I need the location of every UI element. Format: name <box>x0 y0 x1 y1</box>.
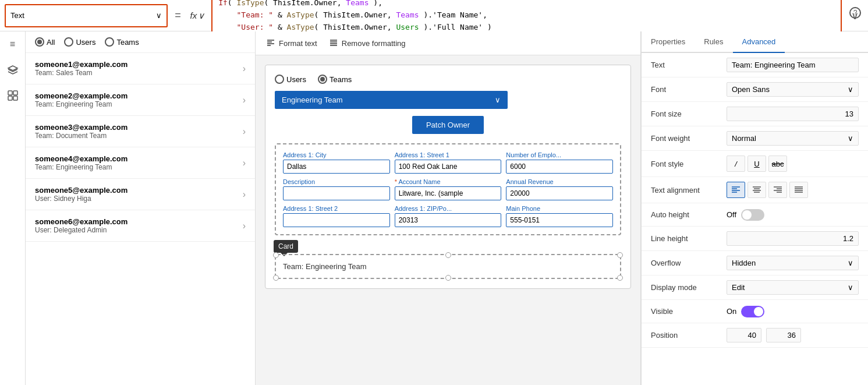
props-fontweight-select[interactable]: Normal ∨ <box>727 131 859 146</box>
form-field-5: Annual Revenue <box>506 178 613 200</box>
fx-label: fx <box>190 10 197 20</box>
form-input-5[interactable] <box>506 186 613 200</box>
person-item-0[interactable]: someone1@example.com Team: Sales Team › <box>26 53 255 84</box>
form-label-4: Account Name <box>395 178 502 185</box>
formula-eq: = <box>172 9 183 22</box>
form-input-1[interactable] <box>395 160 502 174</box>
handle-tr[interactable] <box>617 252 623 258</box>
props-font-select[interactable]: Open Sans ∨ <box>727 82 859 97</box>
radio-users[interactable] <box>64 37 73 47</box>
content-filter-users[interactable]: Users <box>275 75 306 84</box>
props-lineheight-input[interactable] <box>727 231 859 246</box>
form-dashed-box: Address 1: City Address 1: Street 1 Numb… <box>275 143 621 235</box>
formula-dropdown-label: Text <box>10 11 24 20</box>
props-tabs: Properties Rules Advanced <box>642 31 868 53</box>
form-input-4[interactable] <box>395 186 502 200</box>
filter-users[interactable]: Users <box>64 37 95 47</box>
form-input-6[interactable] <box>283 213 390 227</box>
person-email-3: someone4@example.com <box>35 154 127 163</box>
props-overflow-select[interactable]: Hidden ∨ <box>727 256 859 270</box>
form-field-2: Number of Emplo... <box>506 151 613 174</box>
users-teams-toggle: Users Teams <box>275 75 621 84</box>
text-label-box[interactable]: Team: Engineering Team <box>275 254 621 279</box>
props-row-fontstyle: Font style / U abc <box>642 151 868 177</box>
visible-toggle[interactable] <box>741 306 764 317</box>
person-email-2: someone3@example.com <box>35 123 127 132</box>
tab-properties[interactable]: Properties <box>642 31 695 52</box>
remove-formatting-button[interactable]: Remove formatting <box>325 36 409 50</box>
underline-button[interactable]: U <box>747 156 766 172</box>
autoheight-toggle[interactable] <box>741 209 764 221</box>
kw-if: If <box>218 0 228 7</box>
props-row-font: Font Open Sans ∨ <box>642 77 868 102</box>
person-team-1: Team: Engineering Team <box>35 100 127 108</box>
props-font-label: Font <box>651 85 727 94</box>
handle-tm[interactable] <box>445 252 451 258</box>
radio-content-users[interactable] <box>275 75 284 84</box>
props-fontsize-input[interactable] <box>727 107 859 121</box>
tab-advanced[interactable]: Advanced <box>733 31 785 53</box>
grid-icon[interactable] <box>5 87 21 104</box>
align-right-button[interactable] <box>768 182 787 198</box>
form-input-3[interactable] <box>283 186 390 200</box>
person-email-1: someone2@example.com <box>35 91 127 100</box>
form-label-8: Main Phone <box>506 205 613 212</box>
align-justify-button[interactable] <box>789 182 808 198</box>
format-text-button[interactable]: Format text <box>263 36 321 50</box>
radio-all[interactable] <box>35 37 44 47</box>
props-displaymode-select[interactable]: Edit ∨ <box>727 280 859 295</box>
handle-tl[interactable] <box>273 252 279 258</box>
filter-teams[interactable]: Teams <box>105 37 139 47</box>
radio-content-teams[interactable] <box>318 75 327 84</box>
form-field-8: Main Phone <box>506 205 613 227</box>
layers-icon[interactable] <box>5 62 21 78</box>
formula-bar: Text ∨ = fx ∨ If( IsType( ThisItem.Owner… <box>0 0 868 31</box>
person-item-4[interactable]: someone5@example.com User: Sidney Higa › <box>26 179 255 210</box>
person-info-4: someone5@example.com User: Sidney Higa <box>35 186 127 203</box>
props-position-value <box>727 328 859 342</box>
content-filter-teams[interactable]: Teams <box>318 75 352 84</box>
props-position-x-input[interactable] <box>727 328 761 342</box>
person-item-5[interactable]: someone6@example.com User: Delegated Adm… <box>26 210 255 242</box>
form-label-7: Address 1: ZIP/Po... <box>395 205 502 212</box>
props-font-value: Open Sans ∨ <box>727 82 859 97</box>
form-input-8[interactable] <box>506 213 613 227</box>
tab-rules[interactable]: Rules <box>695 31 732 52</box>
align-center-button[interactable] <box>747 182 766 198</box>
visible-knob <box>754 307 763 316</box>
props-fontstyle-value: / U abc <box>727 156 859 172</box>
props-fontweight-label: Font weight <box>651 134 727 143</box>
person-chevron-1: › <box>243 95 246 105</box>
svg-rect-3 <box>13 96 17 100</box>
form-input-0[interactable] <box>283 160 390 174</box>
handle-br[interactable] <box>617 275 623 281</box>
formula-fx-button[interactable]: fx ∨ <box>188 10 207 21</box>
props-text-input[interactable] <box>727 58 859 72</box>
handle-bl[interactable] <box>273 275 279 281</box>
props-position-y-input[interactable] <box>766 328 801 342</box>
props-text-label: Text <box>651 61 727 69</box>
italic-button[interactable]: / <box>727 156 745 172</box>
props-row-alignment: Text alignment <box>642 177 868 203</box>
form-input-7[interactable] <box>395 213 502 227</box>
props-overflow-option: Hidden <box>732 259 756 267</box>
filter-all[interactable]: All <box>35 37 55 47</box>
person-chevron-0: › <box>243 63 246 74</box>
strikethrough-button[interactable]: abc <box>768 156 787 172</box>
person-item-2[interactable]: someone3@example.com Team: Document Team… <box>26 116 255 147</box>
props-lineheight-label: Line height <box>651 234 727 243</box>
radio-teams[interactable] <box>105 37 114 47</box>
menu-icon[interactable]: ≡ <box>5 36 21 52</box>
help-icon[interactable]: ? <box>849 7 861 19</box>
formula-dropdown[interactable]: Text ∨ <box>5 4 168 27</box>
teams-dropdown[interactable]: Engineering Team ∨ <box>275 91 508 109</box>
props-autoheight-value: Off <box>727 209 859 221</box>
person-item-1[interactable]: someone2@example.com Team: Engineering T… <box>26 84 255 116</box>
form-field-4: Account Name <box>395 178 502 200</box>
form-input-2[interactable] <box>506 160 613 174</box>
patch-owner-button[interactable]: Patch Owner <box>412 116 484 134</box>
person-item-3[interactable]: someone4@example.com Team: Engineering T… <box>26 147 255 179</box>
handle-bm[interactable] <box>445 275 451 281</box>
align-left-button[interactable] <box>727 182 745 198</box>
card-container: Users Teams Engineering Team ∨ Patch Own… <box>265 65 631 289</box>
